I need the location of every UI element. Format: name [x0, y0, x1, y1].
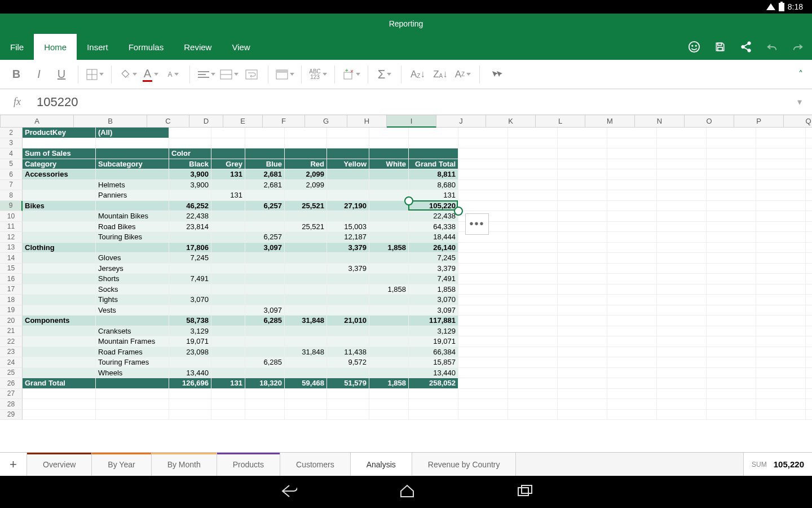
cell[interactable] — [558, 410, 607, 421]
row-header-22[interactable]: 22 — [0, 336, 23, 347]
cell[interactable]: 25,521 — [285, 201, 327, 212]
cell[interactable] — [508, 253, 558, 264]
cell[interactable] — [211, 316, 245, 326]
cell[interactable] — [607, 148, 657, 159]
cell[interactable] — [508, 326, 558, 337]
cell[interactable] — [245, 336, 285, 347]
cell[interactable]: 18,444 — [409, 232, 458, 243]
col-header-B[interactable]: B — [74, 115, 147, 128]
cell[interactable] — [458, 378, 508, 389]
col-header-L[interactable]: L — [536, 115, 585, 128]
cell[interactable]: 66,384 — [409, 347, 458, 358]
cell[interactable] — [327, 410, 369, 421]
cell[interactable] — [756, 399, 806, 410]
col-header-A[interactable]: A — [1, 115, 74, 128]
cell[interactable] — [607, 128, 657, 138]
cell[interactable]: Mountain Bikes — [96, 211, 169, 222]
cell[interactable]: 18,320 — [245, 378, 285, 389]
cell[interactable] — [707, 222, 756, 233]
cell[interactable] — [707, 399, 756, 410]
cell[interactable] — [369, 138, 409, 149]
cell[interactable] — [657, 410, 707, 421]
cell[interactable] — [508, 211, 558, 222]
col-header-Q[interactable]: Q — [784, 115, 812, 128]
cell[interactable] — [285, 232, 327, 243]
cell[interactable] — [23, 232, 96, 243]
row-header-19[interactable]: 19 — [0, 305, 23, 316]
row-header-16[interactable]: 16 — [0, 274, 23, 284]
cell[interactable] — [756, 243, 806, 253]
cell[interactable]: Panniers — [96, 190, 169, 201]
cell[interactable] — [707, 243, 756, 253]
cell[interactable] — [806, 347, 812, 358]
cell[interactable] — [327, 128, 369, 138]
cell[interactable] — [245, 368, 285, 379]
cell[interactable] — [508, 264, 558, 274]
cell[interactable] — [657, 148, 707, 159]
cell[interactable] — [558, 148, 607, 159]
cell[interactable] — [285, 138, 327, 149]
cell[interactable] — [458, 347, 508, 358]
cell[interactable]: Socks — [96, 284, 169, 295]
cell[interactable] — [806, 274, 812, 284]
cell[interactable] — [211, 410, 245, 421]
cell[interactable] — [756, 264, 806, 274]
cell[interactable] — [756, 347, 806, 358]
cell[interactable] — [558, 253, 607, 264]
fill-color-button[interactable] — [118, 65, 138, 84]
bold-button[interactable]: B — [7, 65, 26, 84]
cell[interactable] — [369, 232, 409, 243]
cell[interactable]: 17,806 — [169, 243, 211, 253]
cell[interactable]: 31,848 — [285, 347, 327, 358]
cell[interactable] — [211, 253, 245, 264]
cell[interactable] — [558, 389, 607, 400]
cell[interactable]: Mountain Frames — [96, 336, 169, 347]
cell[interactable]: Vests — [96, 305, 169, 316]
cell[interactable]: 1,858 — [369, 243, 409, 253]
cell[interactable]: Jerseys — [96, 264, 169, 274]
cell[interactable]: 3,070 — [409, 295, 458, 305]
cell[interactable] — [806, 138, 812, 149]
cell[interactable] — [806, 410, 812, 421]
cell[interactable]: 3,129 — [409, 326, 458, 337]
cell[interactable] — [806, 253, 812, 264]
cell[interactable] — [756, 336, 806, 347]
cell[interactable]: 23,098 — [169, 347, 211, 358]
cell[interactable] — [369, 316, 409, 326]
cell[interactable]: 13,440 — [409, 368, 458, 379]
cell[interactable] — [327, 253, 369, 264]
cell[interactable]: 2,681 — [245, 169, 285, 180]
cell[interactable] — [96, 378, 169, 389]
sheet-tab[interactable]: Analysis — [351, 453, 412, 476]
cell[interactable] — [245, 264, 285, 274]
cell[interactable] — [369, 222, 409, 233]
cell[interactable] — [245, 410, 285, 421]
cell[interactable] — [458, 274, 508, 284]
cell[interactable] — [211, 128, 245, 138]
cell[interactable] — [327, 169, 369, 180]
cell[interactable] — [508, 410, 558, 421]
cell[interactable] — [285, 264, 327, 274]
cell[interactable] — [169, 399, 211, 410]
cell[interactable]: 1,858 — [369, 378, 409, 389]
cell[interactable]: 1,858 — [409, 284, 458, 295]
cell[interactable]: 27,190 — [327, 201, 369, 212]
cell[interactable]: 3,379 — [409, 264, 458, 274]
cell[interactable]: 9,572 — [327, 357, 369, 368]
cell[interactable] — [96, 169, 169, 180]
cell[interactable] — [211, 274, 245, 284]
cell[interactable] — [508, 295, 558, 305]
cell[interactable] — [607, 138, 657, 149]
cell[interactable] — [245, 389, 285, 400]
tab-view[interactable]: View — [222, 34, 260, 60]
cell[interactable] — [707, 336, 756, 347]
cell[interactable] — [211, 264, 245, 274]
sort-desc-button[interactable]: ZA↓ — [431, 65, 450, 84]
cell[interactable] — [96, 201, 169, 212]
col-header-C[interactable]: C — [147, 115, 189, 128]
cell[interactable] — [607, 190, 657, 201]
cell[interactable] — [508, 378, 558, 389]
cell[interactable] — [707, 305, 756, 316]
cell[interactable] — [23, 368, 96, 379]
cell[interactable] — [657, 368, 707, 379]
